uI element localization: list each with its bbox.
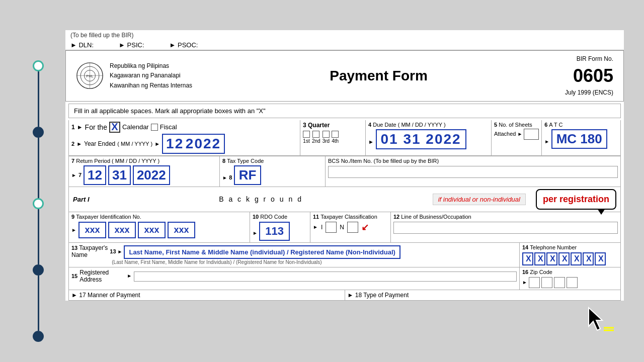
- field7-arrow: ►: [71, 172, 76, 178]
- rdo-label: RDO Code: [260, 214, 287, 220]
- bir-meta-row: (To be filled up the BIR): [65, 30, 624, 40]
- part-header: Part I B a c k g r o u n d if individual…: [69, 187, 620, 212]
- row-17-18: ► 17 Manner of Payment ► 18 Type of Paym…: [69, 290, 620, 300]
- rp-mm: 12: [84, 165, 106, 185]
- phone-boxes-row: X X X X X X X: [522, 252, 618, 265]
- field7-num: 7: [71, 158, 76, 164]
- tin-label: Taxpayer Identification No.: [76, 214, 141, 220]
- tc-label: Taxpayer Classification: [320, 214, 377, 220]
- q4-checkbox[interactable]: [332, 131, 339, 138]
- phone-box-7: X: [595, 252, 606, 265]
- dln-psic-row: ► DLN: ► PSIC: ► PSOC:: [65, 40, 624, 50]
- zip-box-4[interactable]: [567, 277, 578, 288]
- address-arrow: ►: [127, 273, 132, 279]
- q4-group: 4th: [332, 131, 339, 144]
- arrow-dd: ►: [368, 139, 374, 145]
- part-label: Part I: [73, 196, 90, 203]
- field-3: 3 Quarter 1st 2nd 3rd: [300, 120, 366, 155]
- timeline-line-3: [38, 209, 39, 264]
- field12-num: 12: [393, 214, 401, 220]
- sheets-box[interactable]: [524, 129, 539, 140]
- field-1-container: 1 ► For the X Calendar Fiscal 2 ► Year E…: [69, 120, 300, 155]
- field3-num: 3: [303, 122, 308, 129]
- name-arrow-row: 13 ► Last Name, First Name & Middle Name…: [110, 244, 517, 259]
- institution-line3: Kawanihan ng Rentas Internas: [110, 81, 192, 90]
- field13-num: 13: [71, 245, 79, 251]
- q2-group: 2nd: [312, 131, 320, 144]
- lob-input[interactable]: [393, 222, 618, 234]
- bubble-tail: [597, 209, 605, 215]
- zip-box-1[interactable]: [529, 277, 540, 288]
- field-8: 8 Tax Type Code ► 8 RF: [220, 156, 326, 187]
- rdo-value-box: 113: [259, 222, 290, 241]
- tin-box-3: xxx: [138, 222, 166, 238]
- row-15: 15 Registered Address ► 16 Zip Code ►: [69, 267, 620, 290]
- field8-num2: 8: [229, 174, 232, 180]
- phone-box-3: X: [546, 252, 557, 265]
- field-4: 4 Due Date ( MM / DD / YYYY ) ► 01 31 20…: [366, 120, 492, 155]
- field-1-row1: 1 ► For the X Calendar Fiscal: [71, 122, 297, 133]
- fiscal-checkbox[interactable]: [151, 124, 158, 131]
- row-13: 13 Taxpayer'sName 13 ► Last Name, First …: [69, 243, 620, 267]
- timeline-line-4: [38, 276, 39, 331]
- zip-box-2[interactable]: [541, 277, 552, 288]
- rdo-arrow: ►: [253, 230, 258, 236]
- q2-checkbox[interactable]: [312, 131, 319, 138]
- tc-n-checkbox[interactable]: [347, 222, 358, 233]
- bir-left: PHL Republika ng Pilipinas Kagawaran ng …: [76, 61, 192, 90]
- quarter-boxes: 1st 2nd 3rd 4th: [303, 131, 363, 144]
- atc-label: A T C: [549, 122, 562, 128]
- phone-box-6: X: [583, 252, 594, 265]
- tax-type-value: RF: [239, 167, 257, 183]
- form-title: Payment Form: [192, 68, 565, 84]
- q1-checkbox[interactable]: [303, 131, 310, 138]
- fiscal-label: Fiscal: [160, 123, 177, 131]
- address-label: Registered Address: [79, 269, 125, 283]
- timeline-dot-4: [33, 264, 44, 276]
- atc-value-row: ► MC 180: [544, 129, 618, 149]
- cursor-annotation: [586, 305, 616, 334]
- q2-label: 2nd: [312, 138, 320, 144]
- due-date-value-row: ► 01 31 2022: [368, 129, 489, 149]
- field13-num2: 13: [110, 248, 116, 254]
- arrow-year: ►: [154, 141, 160, 147]
- q3-checkbox[interactable]: [323, 131, 330, 138]
- field-16: 16 Zip Code ►: [520, 267, 620, 290]
- zip-boxes-row: ►: [522, 277, 618, 288]
- rdo-label-row: 10 RDO Code: [253, 214, 307, 220]
- instruction-row: Fill in all applicable spaces. Mark all …: [68, 104, 621, 118]
- zip-arrow: ►: [522, 280, 527, 285]
- field1-num: 1: [71, 124, 75, 131]
- tc-i-checkbox[interactable]: [326, 222, 337, 233]
- bcs-input[interactable]: [328, 166, 618, 178]
- tin-box-4: xxx: [168, 222, 195, 238]
- field-12: 12 Line of Business/Occupation: [391, 212, 620, 242]
- q1-group: 1st: [303, 131, 310, 144]
- timeline-dot-5: [33, 331, 44, 342]
- rp-yyyy: 2022: [133, 165, 170, 185]
- institution-line1: Republika ng Pilipinas: [110, 61, 192, 71]
- field14-num: 14: [522, 244, 530, 250]
- zip-box-3[interactable]: [554, 277, 565, 288]
- svg-marker-6: [589, 308, 602, 330]
- due-date-label: 4 Due Date ( MM / DD / YYYY ): [368, 122, 489, 128]
- field4-num: 4: [368, 122, 373, 128]
- phone-box-5: X: [571, 252, 582, 265]
- name-label-row: 13 Taxpayer'sName 13 ► Last Name, First …: [71, 244, 517, 265]
- form-no-label: BIR Form No.: [577, 55, 613, 62]
- arrow-sheets: ►: [517, 131, 524, 137]
- calendar-checkbox[interactable]: X: [109, 122, 120, 133]
- phone-box-1: X: [522, 252, 533, 265]
- tc-n-label: N: [340, 224, 344, 231]
- q3-label: 3rd: [323, 138, 330, 144]
- red-arrow-icon: ↙: [361, 222, 369, 233]
- return-period-values: ► 7 12 31 2022: [71, 165, 217, 185]
- field8-arrow: ►: [222, 175, 227, 180]
- return-period-label-row: 7 Return Period ( MM / DD / YYYY ): [71, 158, 217, 164]
- timeline-line-2: [38, 138, 39, 198]
- address-input[interactable]: [134, 272, 517, 282]
- per-registration-bubble: per registration: [536, 189, 616, 210]
- bcs-label: BCS No./Item No. (To be filled up by the…: [328, 158, 439, 164]
- field-10: 10 RDO Code ► 113: [250, 212, 310, 242]
- institution-line2: Kagawaran ng Pananalapi: [110, 71, 192, 80]
